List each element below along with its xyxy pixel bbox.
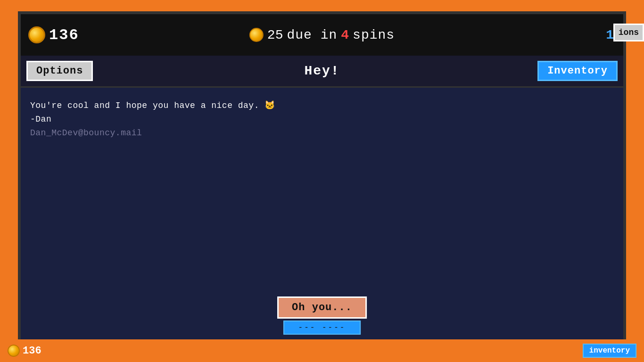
due-amount: 25 (267, 28, 283, 42)
dialog-button-area: Oh you... --- ---- (277, 296, 367, 335)
message-area: You're cool and I hope you have a nice d… (21, 88, 623, 348)
due-spins-number: 4 (341, 28, 349, 42)
partial-options-button[interactable]: ions (613, 24, 644, 41)
due-spins-label: spins (353, 28, 395, 42)
game-window: 136 25 due in 4 spins 1 Options Hey! Inv… (18, 11, 626, 351)
nav-bar: Options Hey! Inventory (21, 56, 623, 88)
due-coin-icon (249, 28, 264, 42)
strip-coin-icon (8, 345, 20, 357)
message-line-2: -Dan (30, 113, 614, 126)
message-line-1: You're cool and I hope you have a nice d… (30, 99, 614, 113)
nav-title: Hey! (304, 64, 339, 78)
due-group: 25 due in 4 spins (249, 28, 395, 42)
player-coins: 136 (28, 26, 79, 44)
strip-inventory-button[interactable]: inventory (583, 344, 636, 358)
inventory-button[interactable]: Inventory (537, 61, 618, 81)
strip-coin-count: 136 (23, 345, 41, 357)
bottom-strip: 136 inventory (0, 339, 644, 362)
message-email: Dan_McDev@bouncy.mail (30, 128, 614, 138)
options-button[interactable]: Options (26, 61, 93, 81)
coin-count: 136 (49, 26, 79, 44)
top-bar: 136 25 due in 4 spins 1 (21, 14, 623, 56)
corner-number: 1 (606, 28, 614, 42)
cat-emoji-icon: 🐱 (264, 99, 275, 113)
strip-coin-group: 136 (8, 345, 41, 357)
coin-icon (28, 26, 45, 43)
dialog-dots: --- ---- (283, 321, 361, 335)
due-text: due in (287, 28, 337, 42)
oh-you-button[interactable]: Oh you... (277, 296, 367, 319)
